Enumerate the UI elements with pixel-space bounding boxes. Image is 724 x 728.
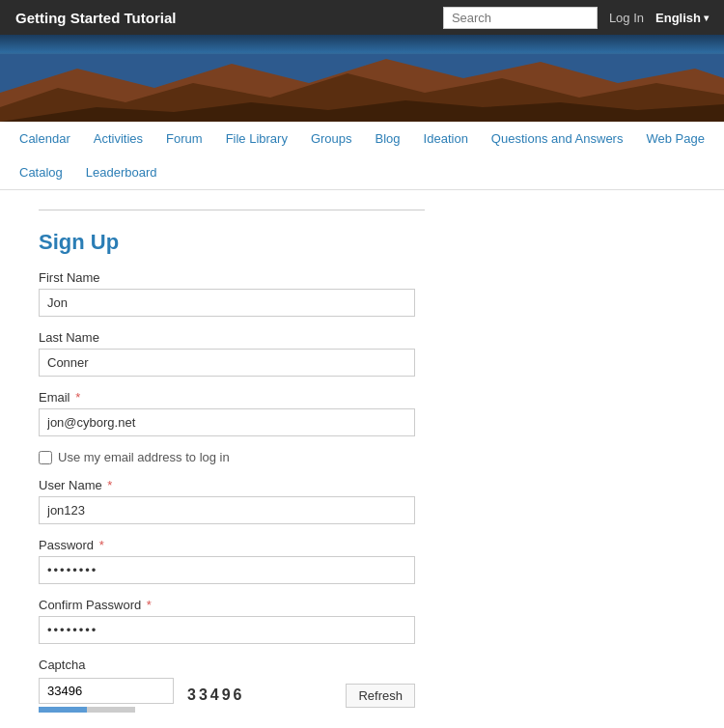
language-label: English xyxy=(655,11,701,25)
nav-catalog[interactable]: Catalog xyxy=(8,155,74,189)
email-login-checkbox-row: Use my email address to log in xyxy=(39,450,415,464)
nav-groups[interactable]: Groups xyxy=(299,122,364,155)
captcha-label: Captcha xyxy=(39,658,415,672)
username-required-star: * xyxy=(104,478,113,492)
email-login-checkbox[interactable] xyxy=(39,451,52,464)
email-required-star: * xyxy=(72,390,81,405)
captcha-input[interactable] xyxy=(39,678,174,704)
login-link[interactable]: Log In xyxy=(609,11,644,25)
nav-forum[interactable]: Forum xyxy=(154,122,214,155)
captcha-row: 33496 Refresh xyxy=(39,678,415,713)
email-login-label: Use my email address to log in xyxy=(58,450,230,464)
email-label: Email * xyxy=(39,390,415,405)
confirm-password-input[interactable] xyxy=(39,616,415,644)
nav-leaderboard[interactable]: Leaderboard xyxy=(74,155,169,189)
site-title: Getting Started Tutorial xyxy=(15,10,176,26)
banner-image xyxy=(0,35,724,122)
confirm-password-group: Confirm Password * xyxy=(39,598,415,644)
nav-webpage[interactable]: Web Page xyxy=(634,122,715,155)
password-required-star: * xyxy=(96,538,104,552)
username-label: User Name * xyxy=(39,478,415,492)
language-selector[interactable]: English ▾ xyxy=(655,11,709,25)
nav-file-library[interactable]: File Library xyxy=(214,122,299,155)
first-name-group: First Name xyxy=(39,270,415,317)
search-input[interactable] xyxy=(443,7,598,29)
confirm-password-label: Confirm Password * xyxy=(39,598,415,612)
main-nav: Calendar Activities Forum File Library G… xyxy=(0,122,724,190)
captcha-input-wrap xyxy=(39,678,174,713)
last-name-input[interactable] xyxy=(39,349,415,377)
divider xyxy=(39,210,425,210)
email-group: Email * xyxy=(39,390,415,436)
header-right: Log In English ▾ xyxy=(443,7,709,29)
first-name-input[interactable] xyxy=(39,289,415,317)
nav-activities[interactable]: Activities xyxy=(82,122,154,155)
nav-calendar[interactable]: Calendar xyxy=(8,122,82,155)
signup-form: First Name Last Name Email * Use my emai… xyxy=(39,270,415,728)
nav-blog[interactable]: Blog xyxy=(364,122,412,155)
nav-qanda[interactable]: Questions and Answers xyxy=(480,122,635,155)
last-name-label: Last Name xyxy=(39,330,415,345)
language-dropdown-icon: ▾ xyxy=(704,13,709,23)
confirm-password-required-star: * xyxy=(143,598,152,612)
captcha-section: Captcha 33496 Refresh xyxy=(39,658,415,713)
password-label: Password * xyxy=(39,538,415,552)
first-name-label: First Name xyxy=(39,270,415,285)
header: Getting Started Tutorial Log In English … xyxy=(0,0,724,35)
password-group: Password * xyxy=(39,538,415,584)
password-input[interactable] xyxy=(39,556,415,584)
captcha-display-value: 33496 xyxy=(187,686,245,704)
username-input[interactable] xyxy=(39,496,415,524)
email-input[interactable] xyxy=(39,408,415,436)
captcha-progress-bar xyxy=(39,707,135,713)
refresh-button[interactable]: Refresh xyxy=(346,684,415,708)
last-name-group: Last Name xyxy=(39,330,415,377)
nav-ideation[interactable]: Ideation xyxy=(412,122,480,155)
main-content: Sign Up First Name Last Name Email * Use… xyxy=(0,190,724,728)
username-group: User Name * xyxy=(39,478,415,524)
page-title: Sign Up xyxy=(39,230,685,255)
